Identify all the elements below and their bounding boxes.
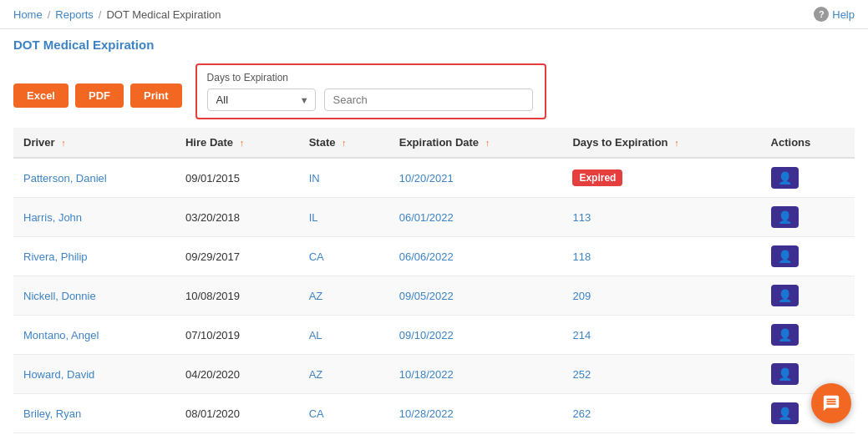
breadcrumb: Home / Reports / DOT Medical Expiration … — [0, 0, 868, 29]
breadcrumb-current: DOT Medical Expiration — [106, 8, 221, 21]
cell-state: IL — [299, 198, 389, 237]
cell-expiration-date: 10/28/2022 — [389, 394, 563, 433]
search-input[interactable] — [324, 89, 533, 111]
breadcrumb-sep-2: / — [99, 8, 102, 21]
cell-expiration-date: 10/20/2021 — [389, 158, 563, 198]
breadcrumb-reports[interactable]: Reports — [55, 8, 94, 21]
excel-button[interactable]: Excel — [13, 83, 69, 108]
sort-expiration-icon: ↑ — [485, 138, 490, 148]
table-row: Rivera, Philip09/29/2017CA06/06/2022118👤 — [13, 237, 855, 276]
help-text: Help — [832, 8, 855, 21]
cell-days-to-expiration: 118 — [562, 237, 760, 276]
cell-hire-date: 10/08/2019 — [175, 276, 299, 316]
filter-controls: All 30 Days 60 Days 90 Days Expired ▼ — [207, 89, 535, 111]
cell-state: IN — [299, 158, 389, 198]
cell-driver[interactable]: Rivera, Philip — [13, 237, 175, 276]
page-header: DOT Medical Expiration — [0, 29, 868, 55]
days-to-expiration-select[interactable]: All 30 Days 60 Days 90 Days Expired — [207, 89, 316, 111]
cell-hire-date: 04/20/2020 — [175, 355, 299, 394]
cell-hire-date: 07/10/2019 — [175, 316, 299, 355]
days-select-wrapper: All 30 Days 60 Days 90 Days Expired ▼ — [207, 89, 316, 111]
cell-state: AL — [299, 316, 389, 355]
pdf-button[interactable]: PDF — [75, 83, 124, 108]
cell-hire-date: 03/20/2018 — [175, 198, 299, 237]
table-row: Howard, David04/20/2020AZ10/18/2022252👤 — [13, 355, 855, 394]
breadcrumb-home[interactable]: Home — [13, 8, 43, 21]
cell-days-to-expiration: 209 — [562, 276, 760, 316]
help-icon: ? — [814, 7, 829, 22]
filter-label: Days to Expiration — [207, 72, 535, 83]
col-driver[interactable]: Driver ↑ — [13, 128, 175, 158]
cell-actions: 👤 — [761, 316, 855, 355]
cell-expiration-date: 06/01/2022 — [389, 198, 563, 237]
chat-bubble[interactable] — [811, 383, 851, 423]
driver-profile-button[interactable]: 👤 — [771, 245, 799, 267]
driver-profile-button[interactable]: 👤 — [771, 285, 799, 306]
cell-hire-date: 09/29/2017 — [175, 237, 299, 276]
sort-state-icon: ↑ — [342, 138, 347, 148]
chat-icon — [822, 394, 840, 412]
cell-state: AZ — [299, 355, 389, 394]
col-hire-date[interactable]: Hire Date ↑ — [175, 128, 299, 158]
col-expiration-date[interactable]: Expiration Date ↑ — [389, 128, 563, 158]
cell-days-to-expiration: 113 — [562, 198, 760, 237]
cell-driver[interactable]: Harris, John — [13, 198, 175, 237]
cell-days-to-expiration: 262 — [562, 394, 760, 433]
driver-profile-button[interactable]: 👤 — [771, 206, 799, 228]
cell-state: CA — [299, 237, 389, 276]
cell-actions: 👤 — [761, 237, 855, 276]
table-container: Driver ↑ Hire Date ↑ State ↑ Expiration … — [0, 128, 868, 433]
col-days-to-expiration[interactable]: Days to Expiration ↑ — [562, 128, 760, 158]
table-row: Patterson, Daniel09/01/2015IN10/20/2021E… — [13, 158, 855, 198]
table-row: Harris, John03/20/2018IL06/01/2022113👤 — [13, 198, 855, 237]
cell-driver[interactable]: Briley, Ryan — [13, 394, 175, 433]
filter-box: Days to Expiration All 30 Days 60 Days 9… — [195, 63, 546, 119]
breadcrumb-sep-1: / — [48, 8, 51, 21]
table-body: Patterson, Daniel09/01/2015IN10/20/2021E… — [13, 158, 855, 433]
driver-profile-button[interactable]: 👤 — [771, 167, 799, 189]
driver-profile-button[interactable]: 👤 — [771, 402, 799, 424]
cell-days-to-expiration: 252 — [562, 355, 760, 394]
cell-days-to-expiration: Expired — [562, 158, 760, 198]
col-state[interactable]: State ↑ — [299, 128, 389, 158]
cell-hire-date: 09/01/2015 — [175, 158, 299, 198]
cell-expiration-date: 06/06/2022 — [389, 237, 563, 276]
table-row: Briley, Ryan08/01/2020CA10/28/2022262👤 — [13, 394, 855, 433]
cell-expiration-date: 09/05/2022 — [389, 276, 563, 316]
table-row: Nickell, Donnie10/08/2019AZ09/05/2022209… — [13, 276, 855, 316]
export-buttons: Excel PDF Print — [13, 83, 182, 108]
table-header: Driver ↑ Hire Date ↑ State ↑ Expiration … — [13, 128, 855, 158]
cell-actions: 👤 — [761, 276, 855, 316]
cell-state: AZ — [299, 276, 389, 316]
cell-state: CA — [299, 394, 389, 433]
cell-actions: 👤 — [761, 198, 855, 237]
data-table: Driver ↑ Hire Date ↑ State ↑ Expiration … — [13, 128, 855, 433]
status-badge: Expired — [572, 169, 622, 186]
cell-driver[interactable]: Patterson, Daniel — [13, 158, 175, 198]
sort-driver-icon: ↑ — [61, 138, 66, 148]
sort-hire-date-icon: ↑ — [240, 138, 245, 148]
sort-days-icon: ↑ — [674, 138, 679, 148]
print-button[interactable]: Print — [130, 83, 182, 108]
cell-days-to-expiration: 214 — [562, 316, 760, 355]
page-title: DOT Medical Expiration — [13, 38, 154, 52]
cell-driver[interactable]: Howard, David — [13, 355, 175, 394]
driver-profile-button[interactable]: 👤 — [771, 363, 799, 385]
cell-driver[interactable]: Montano, Angel — [13, 316, 175, 355]
table-row: Montano, Angel07/10/2019AL09/10/2022214👤 — [13, 316, 855, 355]
cell-driver[interactable]: Nickell, Donnie — [13, 276, 175, 316]
toolbar: Excel PDF Print Days to Expiration All 3… — [0, 55, 868, 128]
cell-expiration-date: 09/10/2022 — [389, 316, 563, 355]
help-link[interactable]: ? Help — [814, 7, 855, 22]
driver-profile-button[interactable]: 👤 — [771, 324, 799, 346]
col-actions: Actions — [761, 128, 855, 158]
cell-expiration-date: 10/18/2022 — [389, 355, 563, 394]
cell-hire-date: 08/01/2020 — [175, 394, 299, 433]
cell-actions: 👤 — [761, 158, 855, 198]
